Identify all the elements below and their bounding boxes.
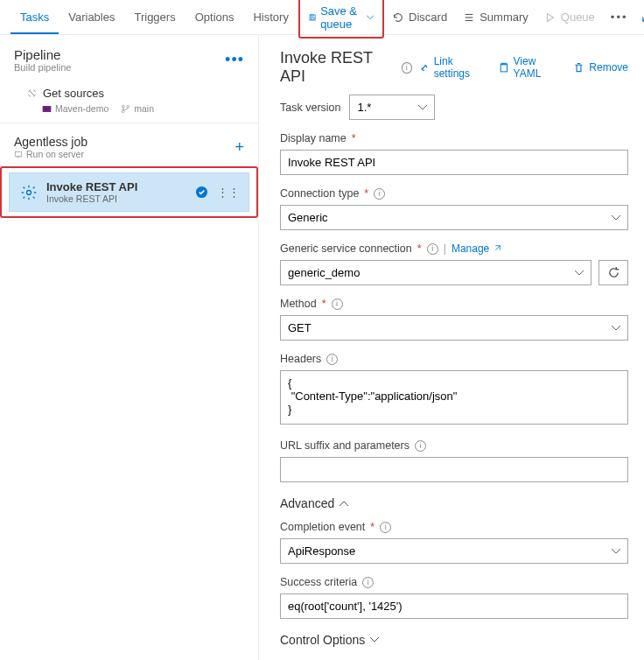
display-name-input[interactable] bbox=[280, 150, 628, 175]
remove-button[interactable]: Remove bbox=[573, 55, 628, 80]
task-editor-title: Invoke REST API bbox=[280, 49, 395, 86]
svg-point-12 bbox=[27, 190, 32, 194]
job-subtitle: Run on server bbox=[14, 149, 88, 159]
task-title: Invoke REST API bbox=[46, 180, 137, 193]
branch-info: main bbox=[121, 103, 154, 114]
svg-rect-2 bbox=[311, 18, 314, 19]
info-icon[interactable]: i bbox=[326, 354, 338, 365]
check-icon bbox=[195, 186, 208, 199]
tab-tasks[interactable]: Tasks bbox=[10, 2, 59, 34]
success-criteria-label: Success criteria bbox=[280, 576, 357, 588]
left-panel: Pipeline Build pipeline ••• Get sources … bbox=[0, 35, 259, 660]
queue-label: Queue bbox=[561, 11, 595, 24]
play-icon bbox=[544, 11, 556, 24]
repo-info: Maven-demo bbox=[42, 103, 108, 114]
add-task-icon[interactable]: + bbox=[234, 138, 244, 157]
right-panel: Invoke REST API i Link settings View YAM… bbox=[259, 35, 644, 660]
success-criteria-input[interactable] bbox=[280, 593, 628, 619]
drag-handle-icon[interactable]: ⋮⋮ bbox=[217, 186, 240, 199]
service-connection-label: Generic service connection bbox=[280, 242, 412, 255]
tab-triggers[interactable]: Triggers bbox=[124, 2, 185, 32]
service-connection-select[interactable]: generic_demo bbox=[280, 260, 592, 285]
display-name-label: Display name bbox=[280, 132, 346, 144]
discard-button[interactable]: Discard bbox=[384, 5, 455, 29]
svg-rect-10 bbox=[15, 152, 22, 157]
completion-event-label: Completion event bbox=[280, 521, 365, 533]
link-settings-button[interactable]: Link settings bbox=[419, 55, 486, 80]
discard-label: Discard bbox=[409, 11, 447, 24]
job-title: Agentless job bbox=[14, 135, 88, 149]
get-sources-label: Get sources bbox=[43, 87, 104, 100]
connection-type-label: Connection type bbox=[280, 187, 359, 200]
tab-options[interactable]: Options bbox=[186, 2, 244, 32]
completion-event-select[interactable]: ApiResponse bbox=[280, 538, 628, 564]
undo-icon bbox=[392, 11, 404, 24]
save-queue-label: Save & queue bbox=[320, 4, 362, 31]
advanced-section[interactable]: Advanced bbox=[280, 496, 628, 510]
svg-rect-6 bbox=[43, 106, 52, 112]
get-sources-block[interactable]: Get sources Maven-demo main bbox=[0, 81, 258, 123]
chevron-up-icon bbox=[340, 500, 348, 507]
save-icon bbox=[309, 11, 316, 24]
info-icon[interactable]: i bbox=[332, 298, 343, 310]
info-icon[interactable]: i bbox=[415, 440, 426, 452]
pipeline-header[interactable]: Pipeline Build pipeline ••• bbox=[0, 42, 258, 81]
svg-point-8 bbox=[122, 109, 125, 112]
save-queue-button[interactable]: Save & queue bbox=[301, 0, 382, 36]
control-options-section[interactable]: Control Options bbox=[280, 633, 628, 647]
info-icon[interactable]: i bbox=[380, 522, 391, 533]
url-suffix-input[interactable] bbox=[280, 457, 628, 482]
method-label: Method bbox=[280, 298, 317, 310]
agentless-job-header[interactable]: Agentless job Run on server + bbox=[0, 123, 258, 168]
manage-link[interactable]: Manage bbox=[452, 242, 501, 255]
expand-icon[interactable] bbox=[636, 4, 645, 31]
pipeline-title: Pipeline bbox=[14, 47, 71, 62]
summary-label: Summary bbox=[480, 11, 528, 24]
svg-point-7 bbox=[122, 105, 125, 108]
tab-history[interactable]: History bbox=[243, 2, 298, 32]
task-version-select[interactable]: 1.* bbox=[349, 95, 435, 120]
svg-rect-1 bbox=[311, 14, 313, 16]
info-icon[interactable]: i bbox=[427, 243, 438, 255]
headers-label: Headers bbox=[280, 353, 321, 365]
info-icon[interactable]: i bbox=[374, 188, 385, 200]
task-subtitle: Invoke REST API bbox=[46, 193, 137, 204]
more-button[interactable]: ••• bbox=[603, 5, 636, 29]
list-icon bbox=[463, 11, 475, 24]
view-yaml-button[interactable]: View YAML bbox=[499, 55, 561, 80]
queue-button: Queue bbox=[536, 5, 603, 29]
task-invoke-rest-api[interactable]: Invoke REST API Invoke REST API ⋮⋮ bbox=[9, 172, 249, 212]
gear-icon bbox=[20, 184, 38, 201]
refresh-button[interactable] bbox=[598, 260, 628, 285]
connection-type-select[interactable]: Generic bbox=[280, 205, 628, 230]
url-suffix-label: URL suffix and parameters bbox=[280, 439, 410, 452]
pipeline-subtitle: Build pipeline bbox=[14, 62, 71, 73]
headers-textarea[interactable]: { "Content-Type":"application/json" } bbox=[280, 370, 628, 425]
info-icon[interactable]: i bbox=[402, 62, 412, 74]
link-icon bbox=[26, 88, 38, 99]
summary-button[interactable]: Summary bbox=[455, 5, 536, 29]
method-select[interactable]: GET bbox=[280, 315, 628, 341]
svg-rect-14 bbox=[500, 64, 507, 72]
pipeline-more-icon[interactable]: ••• bbox=[225, 51, 244, 69]
task-version-field: Task version 1.* bbox=[280, 95, 628, 120]
tab-variables[interactable]: Variables bbox=[59, 2, 124, 32]
chevron-down-icon bbox=[367, 11, 374, 24]
info-icon[interactable]: i bbox=[362, 577, 374, 588]
svg-point-9 bbox=[127, 105, 130, 108]
chevron-down-icon bbox=[370, 636, 379, 643]
top-toolbar: Tasks Variables Triggers Options History… bbox=[0, 0, 644, 35]
